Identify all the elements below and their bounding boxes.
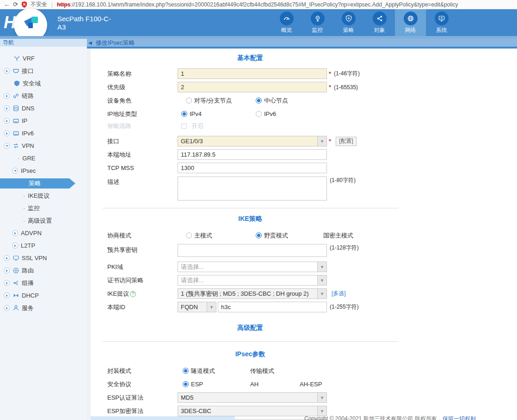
vrf-icon	[13, 55, 20, 62]
sidebar-item-multicast[interactable]: 组播	[0, 277, 87, 289]
ike-proposal-select[interactable]: 1 (预共享密钥 ; MD5 ; 3DES-CBC ; DH group 2) …	[178, 288, 327, 299]
radio-ah[interactable]: AH	[250, 381, 300, 388]
priority-input[interactable]	[178, 82, 327, 92]
form-row-local-id: 本端ID FQDN ▼ (1-255字符)	[107, 300, 517, 314]
sidebar-item-ike-proposal[interactable]: · IKE提议	[0, 189, 87, 202]
field-hint: (1-46字符)	[334, 70, 360, 78]
help-icon[interactable]: ?	[130, 291, 136, 297]
radio-peer-branch-node[interactable]: 对等/分支节点	[184, 97, 253, 105]
expand-icon[interactable]	[12, 230, 18, 236]
collapse-icon[interactable]	[4, 143, 10, 149]
collapse-icon[interactable]	[12, 168, 18, 174]
local-id-type-select[interactable]: FQDN ▼	[178, 302, 216, 312]
expand-icon[interactable]	[4, 93, 10, 99]
nav-system[interactable]: 系统	[426, 9, 457, 36]
esp-auth-select[interactable]: MD5 ▼	[178, 392, 327, 403]
nav-monitor[interactable]: 监控	[302, 9, 333, 36]
expand-icon[interactable]	[4, 105, 10, 111]
radio-ipv6[interactable]: IPv6	[253, 110, 323, 117]
address-bar[interactable]: https://192.168.100.1/wnm/frame/index.ph…	[57, 1, 458, 8]
radio-selected-icon	[183, 368, 189, 374]
content-tab-bar: ◀ 修改IPsec策略	[87, 39, 517, 47]
local-address-input[interactable]	[178, 149, 327, 160]
url-text: ://192.168.100.1/wnm/frame/index.php?ses…	[70, 1, 458, 8]
sidebar-item-ipv6[interactable]: IPv6	[0, 127, 87, 140]
ipv6-icon	[12, 130, 19, 137]
sidebar-item-dns[interactable]: DNS	[0, 102, 87, 115]
form-row-smart-link-disabled: 智能选路 开启	[107, 121, 517, 132]
nav-overview[interactable]: 概览	[271, 9, 302, 36]
local-id-input[interactable]	[218, 302, 327, 312]
interface-config-button[interactable]: [配置]	[336, 137, 357, 146]
radio-main-mode[interactable]: 主模式	[184, 231, 253, 240]
form-row-esp-auth: ESP认证算法 MD5 ▼	[107, 391, 517, 404]
form-row-priority: 优先级 * (1-65535)	[107, 80, 517, 94]
pki-domain-select[interactable]: 请选择... ▼	[178, 262, 327, 272]
radio-ah-esp[interactable]: AH-ESP	[300, 381, 322, 388]
advanced-config-toggle[interactable]: 高级配置	[91, 324, 410, 332]
radio-gm-main-mode[interactable]: 国密主模式	[323, 231, 353, 240]
preshared-key-input[interactable]	[178, 244, 327, 257]
sidebar-item-dhcp[interactable]: DHCP	[0, 289, 87, 302]
sidebar-item-service[interactable]: 服务	[0, 302, 87, 314]
radio-aggressive-mode[interactable]: 野蛮模式	[253, 231, 323, 240]
expand-icon[interactable]	[4, 118, 10, 124]
radio-esp[interactable]: ESP	[180, 381, 250, 388]
form-row-ip-type: IP地址类型 IPv4 IPv6	[107, 107, 517, 121]
form-row-interface: 接口 GE1/0/3 ▼ * [配置]	[107, 134, 517, 148]
refresh-icon[interactable]: ⟳	[13, 1, 18, 8]
form-row-device-role: 设备角色 对等/分支节点 中心节点	[107, 94, 517, 107]
interface-select[interactable]: GE1/0/3 ▼	[178, 136, 327, 146]
link-icon	[12, 92, 19, 99]
sidebar-item-ipsec-policy-selected[interactable]: 策略	[0, 177, 87, 189]
expand-icon[interactable]	[12, 243, 18, 249]
sidebar-item-gre[interactable]: · GRE	[0, 152, 87, 164]
sidebar-collapse-icon[interactable]: ◀	[88, 40, 92, 45]
radio-selected-icon	[181, 111, 187, 117]
sidebar-item-security-zone[interactable]: 安全域	[0, 77, 87, 90]
expand-icon[interactable]	[4, 130, 10, 136]
policy-name-input[interactable]	[178, 68, 327, 79]
chevron-down-icon: ▼	[317, 289, 326, 298]
selected-item-banner[interactable]: 策略	[0, 178, 69, 189]
field-hint: (1-255字符)	[330, 303, 359, 311]
sidebar-item-ssl-vpn[interactable]: SSL VPN	[0, 252, 87, 264]
webcam-icon	[314, 15, 321, 22]
nav-network[interactable]: 网络	[395, 9, 426, 36]
description-textarea[interactable]	[178, 177, 327, 201]
sidebar-item-vrf[interactable]: VRF	[0, 52, 87, 65]
sidebar-item-advpn[interactable]: ADVPN	[0, 227, 87, 239]
sidebar-item-vpn[interactable]: VPN	[0, 140, 87, 152]
tcp-mss-input[interactable]	[178, 163, 327, 173]
cert-access-policy-select[interactable]: 请选择... ▼	[178, 275, 327, 286]
radio-center-node[interactable]: 中心节点	[253, 97, 323, 105]
expand-icon[interactable]	[4, 280, 10, 286]
sidebar-item-link[interactable]: 链路	[0, 90, 87, 102]
expand-icon[interactable]	[4, 292, 10, 298]
sidebar-item-ipsec[interactable]: IPsec	[0, 164, 87, 177]
back-icon[interactable]: ←	[4, 1, 10, 8]
nav-object[interactable]: 对象	[364, 9, 395, 36]
radio-transport-mode[interactable]: 传输模式	[250, 367, 320, 375]
expand-icon[interactable]	[4, 305, 10, 311]
nav-policy[interactable]: 策略	[333, 9, 364, 36]
multicast-icon	[12, 280, 19, 286]
sidebar-item-ip[interactable]: IP	[0, 115, 87, 127]
expand-icon[interactable]	[4, 255, 10, 261]
sidebar-item-ipsec-monitor[interactable]: · 监控	[0, 202, 87, 214]
sidebar-item-interface[interactable]: 接口	[0, 65, 87, 77]
sidebar-item-l2tp[interactable]: L2TP	[0, 239, 87, 252]
form-row-protocol: 安全协议 ESP AH AH-ESP	[107, 377, 517, 391]
divider: |	[51, 1, 53, 8]
radio-ipv4[interactable]: IPv4	[179, 110, 249, 117]
radio-tunnel-mode[interactable]: 隧道模式	[180, 367, 250, 375]
multi-select-link[interactable]: [多选]	[332, 290, 346, 298]
sidebar-item-advanced-settings[interactable]: · 高级设置	[0, 214, 87, 227]
expand-icon[interactable]	[4, 68, 10, 74]
expand-icon[interactable]	[4, 268, 10, 274]
chevron-down-icon: ▼	[317, 275, 326, 285]
sidebar-item-routing[interactable]: 路由	[0, 264, 87, 277]
main-content: 基本配置 策略名称 * (1-46字符) 优先级 * (1-65535) 设备角…	[87, 49, 517, 420]
page-tab-title[interactable]: 修改IPsec策略	[96, 39, 135, 47]
form-row-cert-policy: 证书访问策略 请选择... ▼	[107, 274, 517, 287]
